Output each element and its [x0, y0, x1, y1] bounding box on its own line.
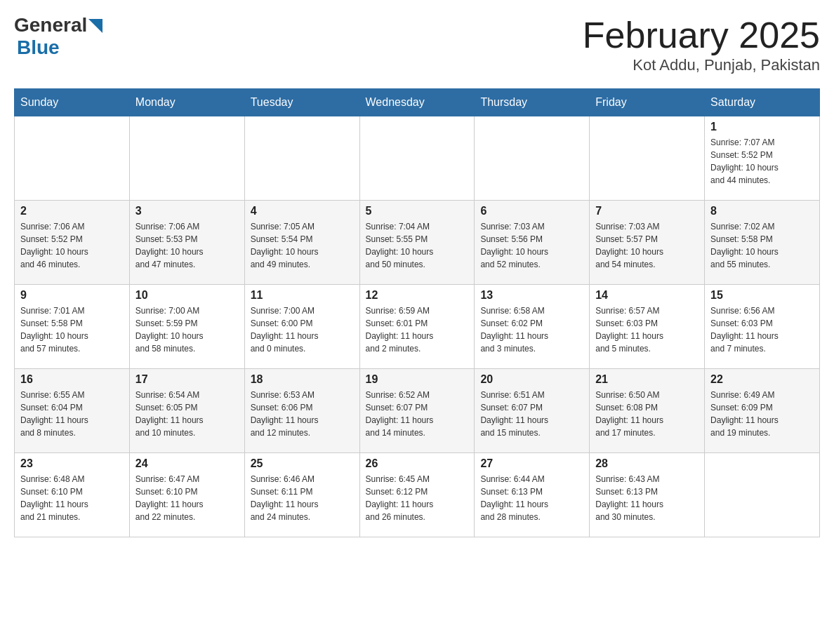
day-info: Sunrise: 6:53 AM Sunset: 6:06 PM Dayligh…	[251, 389, 354, 439]
calendar-header-row: Sunday Monday Tuesday Wednesday Thursday…	[15, 89, 820, 116]
day-info: Sunrise: 6:52 AM Sunset: 6:07 PM Dayligh…	[366, 389, 469, 439]
col-wednesday: Wednesday	[359, 89, 475, 116]
day-info: Sunrise: 6:58 AM Sunset: 6:02 PM Dayligh…	[480, 304, 583, 355]
day-number: 19	[366, 373, 469, 386]
day-number: 17	[135, 373, 239, 386]
col-thursday: Thursday	[475, 89, 590, 116]
table-row	[15, 116, 130, 201]
col-tuesday: Tuesday	[244, 89, 359, 116]
day-number: 20	[480, 373, 583, 386]
table-row	[244, 116, 359, 201]
day-number: 26	[366, 457, 469, 470]
day-number: 24	[135, 457, 239, 470]
table-row: 14Sunrise: 6:57 AM Sunset: 6:03 PM Dayli…	[590, 285, 705, 369]
col-monday: Monday	[129, 89, 244, 116]
table-row: 26Sunrise: 6:45 AM Sunset: 6:12 PM Dayli…	[359, 453, 475, 537]
day-info: Sunrise: 6:54 AM Sunset: 6:05 PM Dayligh…	[135, 389, 239, 439]
table-row: 13Sunrise: 6:58 AM Sunset: 6:02 PM Dayli…	[475, 285, 590, 369]
title-section: February 2025 Kot Addu, Punjab, Pakistan	[583, 14, 820, 74]
table-row: 12Sunrise: 6:59 AM Sunset: 6:01 PM Dayli…	[359, 285, 475, 369]
table-row: 28Sunrise: 6:43 AM Sunset: 6:13 PM Dayli…	[590, 453, 705, 537]
main-title: February 2025	[583, 14, 820, 56]
day-info: Sunrise: 7:06 AM Sunset: 5:53 PM Dayligh…	[135, 220, 239, 271]
day-info: Sunrise: 6:59 AM Sunset: 6:01 PM Dayligh…	[366, 304, 469, 355]
day-info: Sunrise: 6:50 AM Sunset: 6:08 PM Dayligh…	[595, 389, 699, 439]
table-row	[129, 116, 244, 201]
day-number: 28	[595, 457, 699, 470]
table-row: 7Sunrise: 7:03 AM Sunset: 5:57 PM Daylig…	[590, 201, 705, 285]
day-info: Sunrise: 6:51 AM Sunset: 6:07 PM Dayligh…	[480, 389, 583, 439]
day-info: Sunrise: 7:04 AM Sunset: 5:55 PM Dayligh…	[366, 220, 469, 271]
table-row: 1Sunrise: 7:07 AM Sunset: 5:52 PM Daylig…	[705, 116, 820, 201]
day-number: 5	[366, 205, 469, 217]
table-row: 23Sunrise: 6:48 AM Sunset: 6:10 PM Dayli…	[15, 453, 130, 537]
day-number: 27	[480, 457, 583, 470]
table-row	[475, 116, 590, 201]
table-row	[590, 116, 705, 201]
day-info: Sunrise: 7:00 AM Sunset: 6:00 PM Dayligh…	[251, 304, 354, 355]
table-row: 9Sunrise: 7:01 AM Sunset: 5:58 PM Daylig…	[15, 285, 130, 369]
page-header: General Blue February 2025 Kot Addu, Pun…	[14, 14, 820, 74]
day-info: Sunrise: 6:47 AM Sunset: 6:10 PM Dayligh…	[135, 473, 239, 523]
day-info: Sunrise: 7:03 AM Sunset: 5:57 PM Dayligh…	[595, 220, 699, 271]
day-number: 21	[595, 373, 699, 386]
day-info: Sunrise: 6:49 AM Sunset: 6:09 PM Dayligh…	[710, 389, 814, 439]
logo: General Blue	[14, 14, 102, 59]
col-saturday: Saturday	[705, 89, 820, 116]
day-number: 18	[251, 373, 354, 386]
day-number: 1	[710, 121, 814, 133]
day-info: Sunrise: 7:02 AM Sunset: 5:58 PM Dayligh…	[710, 220, 814, 271]
table-row: 5Sunrise: 7:04 AM Sunset: 5:55 PM Daylig…	[359, 201, 475, 285]
table-row: 16Sunrise: 6:55 AM Sunset: 6:04 PM Dayli…	[15, 369, 130, 453]
day-number: 22	[710, 373, 814, 386]
table-row: 20Sunrise: 6:51 AM Sunset: 6:07 PM Dayli…	[475, 369, 590, 453]
table-row: 2Sunrise: 7:06 AM Sunset: 5:52 PM Daylig…	[15, 201, 130, 285]
calendar-week-row: 23Sunrise: 6:48 AM Sunset: 6:10 PM Dayli…	[15, 453, 820, 537]
table-row: 3Sunrise: 7:06 AM Sunset: 5:53 PM Daylig…	[129, 201, 244, 285]
day-number: 15	[710, 289, 814, 302]
day-number: 12	[366, 289, 469, 302]
table-row: 25Sunrise: 6:46 AM Sunset: 6:11 PM Dayli…	[244, 453, 359, 537]
logo-general-text: General	[14, 14, 87, 36]
table-row: 19Sunrise: 6:52 AM Sunset: 6:07 PM Dayli…	[359, 369, 475, 453]
table-row: 6Sunrise: 7:03 AM Sunset: 5:56 PM Daylig…	[475, 201, 590, 285]
day-info: Sunrise: 6:45 AM Sunset: 6:12 PM Dayligh…	[366, 473, 469, 523]
day-info: Sunrise: 7:00 AM Sunset: 5:59 PM Dayligh…	[135, 304, 239, 355]
table-row: 4Sunrise: 7:05 AM Sunset: 5:54 PM Daylig…	[244, 201, 359, 285]
day-number: 3	[135, 205, 239, 217]
table-row: 18Sunrise: 6:53 AM Sunset: 6:06 PM Dayli…	[244, 369, 359, 453]
calendar-table: Sunday Monday Tuesday Wednesday Thursday…	[14, 88, 820, 537]
day-number: 25	[251, 457, 354, 470]
day-info: Sunrise: 6:48 AM Sunset: 6:10 PM Dayligh…	[20, 473, 124, 523]
calendar-week-row: 2Sunrise: 7:06 AM Sunset: 5:52 PM Daylig…	[15, 201, 820, 285]
day-info: Sunrise: 6:44 AM Sunset: 6:13 PM Dayligh…	[480, 473, 583, 523]
table-row: 15Sunrise: 6:56 AM Sunset: 6:03 PM Dayli…	[705, 285, 820, 369]
table-row: 21Sunrise: 6:50 AM Sunset: 6:08 PM Dayli…	[590, 369, 705, 453]
calendar-week-row: 1Sunrise: 7:07 AM Sunset: 5:52 PM Daylig…	[15, 116, 820, 201]
table-row: 17Sunrise: 6:54 AM Sunset: 6:05 PM Dayli…	[129, 369, 244, 453]
table-row	[359, 116, 475, 201]
table-row: 10Sunrise: 7:00 AM Sunset: 5:59 PM Dayli…	[129, 285, 244, 369]
day-number: 10	[135, 289, 239, 302]
logo-blue-text: Blue	[17, 36, 60, 59]
table-row: 27Sunrise: 6:44 AM Sunset: 6:13 PM Dayli…	[475, 453, 590, 537]
table-row: 24Sunrise: 6:47 AM Sunset: 6:10 PM Dayli…	[129, 453, 244, 537]
calendar-week-row: 9Sunrise: 7:01 AM Sunset: 5:58 PM Daylig…	[15, 285, 820, 369]
day-info: Sunrise: 6:57 AM Sunset: 6:03 PM Dayligh…	[595, 304, 699, 355]
day-info: Sunrise: 6:56 AM Sunset: 6:03 PM Dayligh…	[710, 304, 814, 355]
day-info: Sunrise: 6:43 AM Sunset: 6:13 PM Dayligh…	[595, 473, 699, 523]
subtitle: Kot Addu, Punjab, Pakistan	[583, 56, 820, 74]
day-info: Sunrise: 6:46 AM Sunset: 6:11 PM Dayligh…	[251, 473, 354, 523]
day-info: Sunrise: 7:05 AM Sunset: 5:54 PM Dayligh…	[251, 220, 354, 271]
day-number: 13	[480, 289, 583, 302]
col-friday: Friday	[590, 89, 705, 116]
table-row	[705, 453, 820, 537]
day-number: 8	[710, 205, 814, 217]
col-sunday: Sunday	[15, 89, 130, 116]
day-number: 14	[595, 289, 699, 302]
table-row: 8Sunrise: 7:02 AM Sunset: 5:58 PM Daylig…	[705, 201, 820, 285]
day-number: 6	[480, 205, 583, 217]
day-info: Sunrise: 7:03 AM Sunset: 5:56 PM Dayligh…	[480, 220, 583, 271]
calendar-week-row: 16Sunrise: 6:55 AM Sunset: 6:04 PM Dayli…	[15, 369, 820, 453]
day-info: Sunrise: 7:07 AM Sunset: 5:52 PM Dayligh…	[710, 136, 814, 187]
